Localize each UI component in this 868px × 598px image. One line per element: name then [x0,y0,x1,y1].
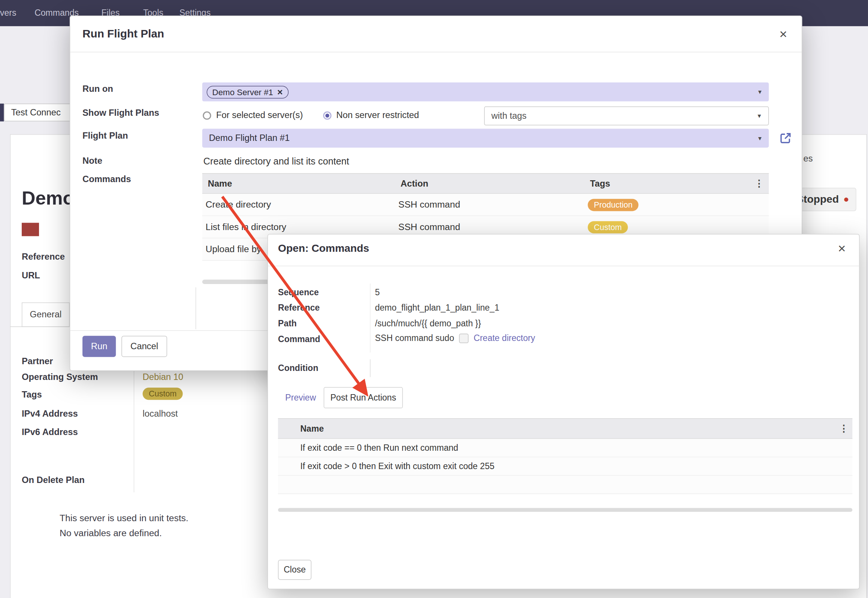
radio-for-selected-servers[interactable] [203,111,211,120]
tag-badge-production: Production [588,199,639,211]
field-label-tags: Tags [22,390,42,400]
flight-plan-value: Demo Flight Plan #1 [209,133,289,143]
unit-test-note-line1: This server is used in unit tests. [60,513,189,523]
server-chip: Demo Server #1 ✕ [207,85,289,98]
chevron-down-icon[interactable]: ▾ [758,134,762,142]
horizontal-scrollbar[interactable] [278,508,853,512]
test-connection-label: Test Connec [11,108,61,118]
sequence-label: Sequence [278,287,319,298]
table-header-row: Name ⋮ [278,418,853,439]
os-value-link[interactable]: Debian 10 [143,372,183,382]
create-directory-link[interactable]: Create directory [474,333,535,343]
label-value-divider [134,350,134,493]
reference-label: Reference [278,303,320,313]
color-swatch[interactable] [22,223,39,236]
cell-action: SSH command [398,199,588,210]
run-button-label: Run [91,341,108,351]
table-header-row: Name Action Tags ⋮ [202,173,769,194]
external-link-icon[interactable] [779,132,792,145]
tag-badge-custom: Custom [588,221,628,233]
cancel-button-label: Cancel [130,341,158,351]
hidden-button-edge [0,103,4,121]
cell-name: List files in directory [202,222,398,232]
run-on-label: Run on [82,84,113,94]
nav-item-servers[interactable]: vers [0,8,16,18]
field-label-os: Operating System [22,372,98,382]
run-on-select[interactable]: Demo Server #1 ✕ ▾ [202,82,769,102]
modal-column-divider [196,287,196,329]
cell-action-name: If exit code == 0 then Run next command [300,443,852,453]
status-label: Stopped [796,193,839,206]
show-flight-plans-radios: For selected server(s) Non server restri… [203,110,419,120]
field-divider [370,284,370,353]
cell-action-name: If exit code > 0 then Exit with custom e… [300,461,852,471]
run-button[interactable]: Run [82,336,116,357]
unit-test-note-line2: No variables are defined. [60,528,162,538]
command-value: SSH command sudo [375,333,454,343]
reference-value: demo_flight_plan_1_plan_line_1 [375,303,499,313]
field-label-url: URL [22,271,40,281]
flight-plan-select[interactable]: Demo Flight Plan #1 ▾ [202,129,769,148]
tab-preview[interactable]: Preview [285,393,316,403]
radio-label-non-server-restricted[interactable]: Non server restricted [336,110,419,120]
col-header-action[interactable]: Action [401,178,590,188]
cell-name: Create directory [202,199,398,210]
field-label-reference: Reference [22,252,65,262]
chevron-down-icon[interactable]: ▾ [758,88,762,96]
sequence-value: 5 [375,287,380,298]
field-label-on-delete-plan: On Delete Plan [22,475,85,485]
close-icon[interactable]: × [780,27,787,41]
show-flight-plans-label: Show Flight Plans [82,108,159,118]
table-row[interactable]: If exit code == 0 then Run next command [278,439,853,457]
col-header-tags[interactable]: Tags [590,178,754,188]
path-label: Path [278,318,297,329]
field-label-partner: Partner [22,356,53,366]
chip-remove-icon[interactable]: ✕ [277,88,283,96]
col-header-name[interactable]: Name [300,423,839,434]
close-button-label: Close [284,565,306,575]
table-row[interactable]: If exit code > 0 then Exit with custom e… [278,457,853,475]
tab-row-divider [10,326,74,327]
command-label: Command [278,334,320,344]
radio-non-server-restricted[interactable] [323,111,331,120]
note-label: Note [82,156,102,166]
status-dot-icon: ● [843,194,849,205]
commands-label: Commands [82,174,131,184]
close-icon[interactable]: × [838,242,846,255]
tab-general-label: General [30,309,62,320]
commands-modal-header: Open: Commands × [268,235,859,266]
run-modal-header: Run Flight Plan × [70,16,802,52]
field-label-ipv4: IPv4 Address [22,409,78,419]
record-title: Demo [22,187,74,209]
condition-field-divider [370,359,370,377]
condition-label: Condition [278,363,318,373]
screen: vers Commands Files Tools Settings Test … [0,0,868,598]
tab-post-run-actions-label: Post Run Actions [330,393,396,403]
col-header-name[interactable]: Name [202,178,401,188]
cancel-button[interactable]: Cancel [121,336,167,357]
with-tags-value: with tags [491,111,527,121]
chevron-down-icon[interactable]: ▾ [758,112,761,120]
tab-post-run-actions[interactable]: Post Run Actions [324,387,403,408]
tab-general[interactable]: General [22,302,70,327]
post-run-actions-table: Name ⋮ If exit code == 0 then Run next c… [278,418,853,494]
open-commands-modal: Open: Commands × Sequence Reference Path… [268,234,860,589]
column-options-icon[interactable]: ⋮ [754,178,769,189]
command-checkbox[interactable] [459,333,468,343]
column-options-icon[interactable]: ⋮ [839,423,853,434]
path-value: /such/much/{{ demo_path }} [375,318,481,329]
cell-action: SSH command [398,222,588,232]
tag-badge-custom[interactable]: Custom [143,388,183,400]
close-button[interactable]: Close [278,560,311,580]
commands-modal-title: Open: Commands [278,242,369,255]
sheet-top-right-partial: es [804,154,813,164]
command-value-row: SSH command sudo Create directory [375,333,535,343]
note-value: Create directory and list its content [204,156,349,167]
field-label-ipv6: IPv6 Address [22,427,78,437]
radio-label-selected-servers[interactable]: For selected server(s) [216,110,303,120]
run-modal-title: Run Flight Plan [82,27,164,40]
ipv4-value: localhost [143,409,178,419]
table-row-empty[interactable] [278,475,853,494]
with-tags-select[interactable]: with tags ▾ [484,106,769,126]
table-row[interactable]: Create directory SSH command Production [202,194,769,216]
